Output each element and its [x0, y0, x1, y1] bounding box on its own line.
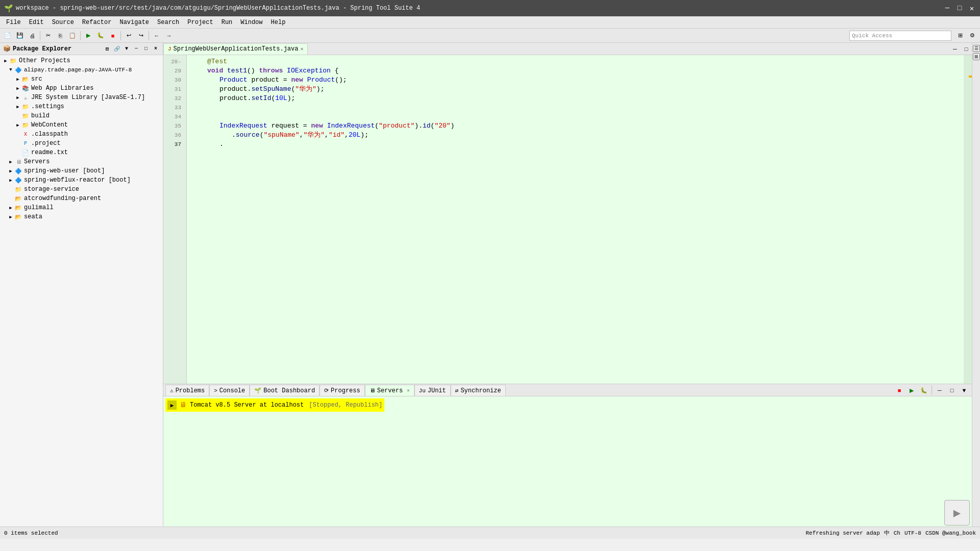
tab-problems[interactable]: ⚠ Problems	[165, 385, 209, 396]
project-file-icon: P	[21, 139, 30, 147]
paste-button[interactable]: 📋	[67, 30, 78, 41]
servers-tab-close[interactable]: ✕	[407, 388, 409, 393]
stop-button[interactable]: ■	[107, 30, 118, 41]
sidebar-close-btn[interactable]: ×	[152, 45, 160, 53]
right-tool-1[interactable]: ☰	[973, 45, 980, 52]
settings-button[interactable]: ⚙	[967, 30, 978, 41]
line-30: 30	[163, 76, 184, 85]
redo-button[interactable]: ↪	[135, 30, 146, 41]
tree-spring-web-user[interactable]: ▶ 🔷 spring-web-user [boot]	[0, 166, 163, 176]
tree-alipay[interactable]: ▼ 🔷 alipay.trade.page.pay-JAVA-UTF-8	[0, 65, 163, 74]
cut-button[interactable]: ✂	[42, 30, 54, 41]
server-expand-arrow[interactable]: ▶	[167, 400, 177, 410]
menu-navigate[interactable]: Navigate	[115, 18, 153, 27]
tab-junit[interactable]: Ju JUnit	[414, 385, 451, 396]
floating-play-button[interactable]: ▶	[944, 500, 970, 525]
debug-button[interactable]: 🐛	[95, 30, 106, 41]
editor-maximize-btn[interactable]: □	[961, 43, 972, 55]
editor-tab-main[interactable]: J SpringWebUserApplicationTests.java ✕	[163, 43, 308, 55]
status-encoding: UTF-8	[904, 530, 921, 536]
quick-access-box[interactable]: Quick Access	[849, 31, 951, 41]
sidebar-maximize-btn[interactable]: □	[142, 45, 150, 53]
sidebar-minimize-btn[interactable]: ─	[132, 45, 140, 53]
tree-project-file[interactable]: ▶ P .project	[0, 139, 163, 148]
tree-src[interactable]: ▶ 📂 src	[0, 74, 163, 84]
bottom-content: ▶ 🖥 Tomcat v8.5 Server at localhost [Sto…	[163, 396, 972, 527]
tree-settings[interactable]: ▶ 📁 .settings	[0, 102, 163, 111]
copy-button[interactable]: ⎘	[55, 30, 66, 41]
editor-minimize-btn[interactable]: ─	[949, 43, 961, 55]
tree-seata[interactable]: ▶ 📂 seata	[0, 212, 163, 221]
print-button[interactable]: 🖨	[27, 30, 38, 41]
menu-run[interactable]: Run	[217, 18, 237, 27]
run-button[interactable]: ▶	[83, 30, 94, 41]
tree-webcontent[interactable]: ▶ 📁 WebContent	[0, 120, 163, 130]
tab-close-btn[interactable]: ✕	[300, 46, 303, 52]
tree-readme[interactable]: ▶ 📄 readme.txt	[0, 148, 163, 157]
minimap-marker	[969, 76, 972, 78]
chevron-right-wfr: ▶	[7, 178, 14, 183]
tab-boot-dashboard[interactable]: 🌱 Boot Dashboard	[250, 385, 320, 396]
undo-button[interactable]: ↩	[123, 30, 134, 41]
sidebar-link-btn[interactable]: 🔗	[113, 45, 121, 53]
server-run-btn[interactable]: ▶	[906, 385, 917, 396]
tree-build[interactable]: ▶ 📁 build	[0, 111, 163, 120]
right-tool-2[interactable]: ⊞	[973, 53, 980, 60]
code-area: 28- 29 30 31 32 33 34 35 36 37 @Test	[163, 55, 972, 384]
tree-atcrowdfunding[interactable]: ▶ 📂 atcrowdfunding-parent	[0, 194, 163, 203]
bp-minimize-btn[interactable]: ─	[934, 385, 945, 396]
sidebar-collapse-btn[interactable]: ⊞	[103, 45, 111, 53]
jre-icon: ☕	[21, 93, 30, 102]
tree-servers[interactable]: ▶ 🖥 Servers	[0, 157, 163, 166]
code-content[interactable]: @Test void test1() throws IOException { …	[187, 55, 964, 384]
menu-project[interactable]: Project	[183, 18, 217, 27]
minimize-button[interactable]: ─	[943, 4, 951, 12]
status-keyboard: Ch	[894, 530, 900, 536]
tree-label-readme: readme.txt	[31, 149, 68, 156]
new-button[interactable]: 📄	[2, 30, 13, 41]
menu-refactor[interactable]: Refactor	[78, 18, 116, 27]
chevron-right-seata: ▶	[7, 214, 14, 220]
tree-other-projects[interactable]: ▶ 📁 Other Projects	[0, 56, 163, 65]
perspective-button[interactable]: ⊞	[954, 30, 966, 41]
tree-spring-webflux[interactable]: ▶ 🔷 spring-webflux-reactor [boot]	[0, 176, 163, 185]
tab-servers[interactable]: 🖥 Servers ✕	[365, 385, 414, 396]
back-button[interactable]: ←	[151, 30, 162, 41]
tab-problems-label: Problems	[176, 387, 205, 394]
bottom-panel-toolbar: ■ ▶ 🐛 ─ □ ▼	[894, 385, 972, 396]
servers-icon: 🖥	[14, 158, 22, 166]
tree-label-other-projects: Other Projects	[19, 57, 70, 64]
tree-jre[interactable]: ▶ ☕ JRE System Library [JavaSE-1.7]	[0, 93, 163, 102]
tab-progress[interactable]: ⟳ Progress	[320, 385, 365, 396]
window-controls: ─ □ ✕	[943, 4, 976, 12]
tree-web-app-libraries[interactable]: ▶ 📚 Web App Libraries	[0, 84, 163, 93]
tree-storage-service[interactable]: ▶ 📁 storage-service	[0, 185, 163, 194]
quick-access-label: Quick Access	[852, 33, 892, 39]
save-button[interactable]: 💾	[14, 30, 26, 41]
tree-gulimall[interactable]: ▶ 📂 gulimall	[0, 203, 163, 212]
storage-icon: 📁	[14, 185, 22, 193]
menu-search[interactable]: Search	[153, 18, 183, 27]
close-button[interactable]: ✕	[968, 4, 976, 12]
menu-file[interactable]: File	[2, 18, 25, 27]
forward-button[interactable]: →	[163, 30, 175, 41]
tree-label-alipay: alipay.trade.page.pay-JAVA-UTF-8	[24, 67, 132, 73]
server-debug-btn[interactable]: 🐛	[918, 385, 929, 396]
bp-view-menu-btn[interactable]: ▼	[959, 385, 970, 396]
menu-window[interactable]: Window	[236, 18, 266, 27]
server-stop-btn[interactable]: ■	[894, 385, 905, 396]
chevron-right-icon-jre: ▶	[14, 95, 21, 101]
tab-console[interactable]: > Console	[209, 385, 250, 396]
tab-synchronize[interactable]: ⇄ Synchronize	[451, 385, 506, 396]
sidebar-view-menu-btn[interactable]: ▼	[122, 45, 131, 53]
menu-source[interactable]: Source	[48, 18, 78, 27]
server-name: Tomcat v8.5 Server at localhost	[190, 402, 304, 409]
server-entry[interactable]: ▶ 🖥 Tomcat v8.5 Server at localhost [Sto…	[165, 398, 384, 412]
menu-edit[interactable]: Edit	[25, 18, 48, 27]
tree-classpath[interactable]: ▶ X .classpath	[0, 130, 163, 139]
code-line-32: product.setId(10L);	[191, 94, 960, 103]
menu-help[interactable]: Help	[267, 18, 290, 27]
maximize-button[interactable]: □	[955, 4, 964, 12]
bp-maximize-btn[interactable]: □	[946, 385, 958, 396]
sidebar-header: 📦 Package Explorer ⊞ 🔗 ▼ ─ □ ×	[0, 43, 163, 55]
